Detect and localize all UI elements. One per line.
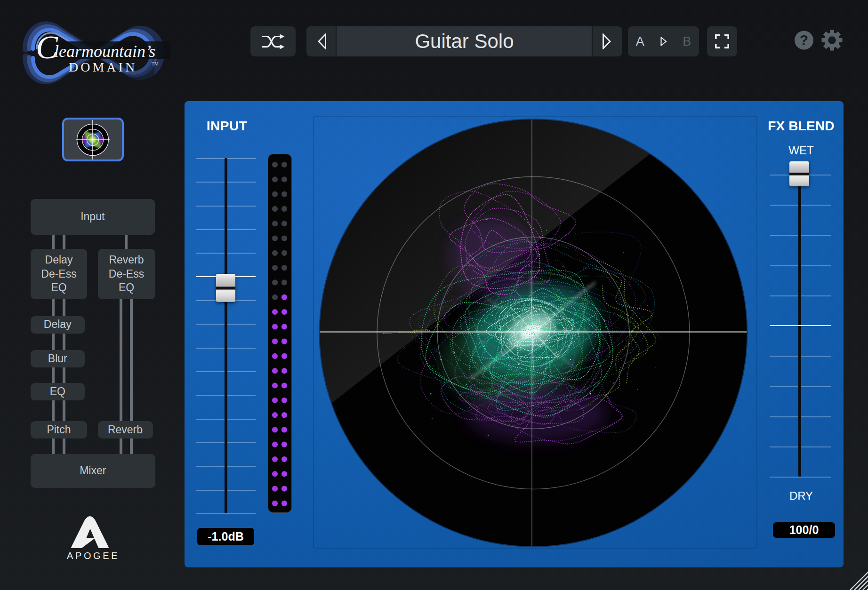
svg-text:APOGEE: APOGEE bbox=[67, 550, 118, 561]
svg-text:?: ? bbox=[800, 32, 808, 48]
